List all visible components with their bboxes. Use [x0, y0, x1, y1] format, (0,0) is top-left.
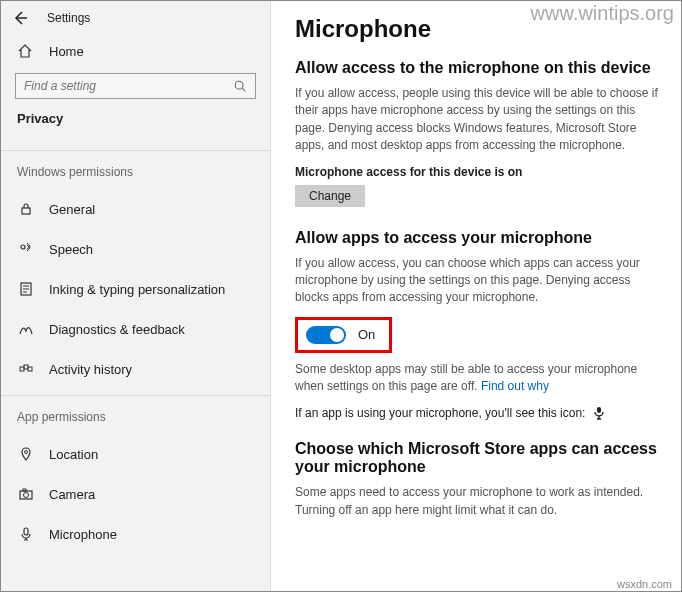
svg-point-0: [235, 81, 243, 89]
home-label: Home: [49, 44, 84, 59]
microphone-indicator-icon: [593, 406, 605, 421]
search-field[interactable]: [24, 79, 233, 93]
nav-label: General: [49, 202, 95, 217]
group-header-app: App permissions: [1, 396, 270, 434]
current-section-label: Privacy: [1, 109, 270, 140]
svg-rect-6: [28, 367, 32, 371]
section1-desc: If you allow access, people using this d…: [295, 85, 661, 155]
svg-rect-4: [20, 367, 24, 371]
footer-mark: wsxdn.com: [617, 578, 672, 590]
history-icon: [17, 361, 35, 377]
section1-heading: Allow access to the microphone on this d…: [295, 59, 661, 77]
svg-rect-11: [24, 528, 28, 535]
svg-point-9: [24, 493, 29, 498]
home-nav[interactable]: Home: [1, 33, 270, 69]
microphone-icon: [17, 526, 35, 542]
diagnostics-icon: [17, 321, 35, 337]
sidebar-item-location[interactable]: Location: [1, 434, 270, 474]
svg-rect-1: [22, 208, 30, 214]
section2-heading: Allow apps to access your microphone: [295, 229, 661, 247]
sidebar-item-speech[interactable]: Speech: [1, 229, 270, 269]
section2-desc: If you allow access, you can choose whic…: [295, 255, 661, 307]
nav-label: Camera: [49, 487, 95, 502]
desktop-apps-note: Some desktop apps may still be able to a…: [295, 361, 661, 396]
change-button[interactable]: Change: [295, 185, 365, 207]
lock-icon: [17, 201, 35, 217]
nav-label: Diagnostics & feedback: [49, 322, 185, 337]
toggle-knob: [330, 328, 344, 342]
title-bar: Settings: [1, 1, 270, 33]
find-out-why-link[interactable]: Find out why: [481, 379, 549, 393]
nav-label: Microphone: [49, 527, 117, 542]
allow-apps-toggle[interactable]: [306, 326, 346, 344]
search-container: [1, 69, 270, 109]
sidebar-item-microphone[interactable]: Microphone: [1, 514, 270, 554]
watermark: www.wintips.org: [531, 2, 674, 25]
svg-rect-5: [24, 365, 28, 369]
app-title: Settings: [47, 11, 90, 25]
svg-rect-10: [23, 489, 26, 491]
group-header-windows: Windows permissions: [1, 151, 270, 189]
search-input[interactable]: [15, 73, 256, 99]
sidebar: Settings Home Privacy Windows permission…: [1, 1, 271, 591]
svg-rect-12: [597, 407, 601, 413]
search-icon: [233, 79, 247, 93]
sidebar-item-general[interactable]: General: [1, 189, 270, 229]
speech-icon: [17, 241, 35, 257]
inking-icon: [17, 281, 35, 297]
section3-desc: Some apps need to access your microphone…: [295, 484, 661, 519]
svg-point-7: [25, 451, 28, 454]
nav-label: Activity history: [49, 362, 132, 377]
nav-label: Speech: [49, 242, 93, 257]
location-icon: [17, 446, 35, 462]
camera-icon: [17, 486, 35, 502]
nav-label: Location: [49, 447, 98, 462]
sidebar-item-inking[interactable]: Inking & typing personalization: [1, 269, 270, 309]
main-content: Microphone Allow access to the microphon…: [271, 1, 681, 591]
using-mic-note: If an app is using your microphone, you'…: [295, 406, 661, 421]
sidebar-item-diagnostics[interactable]: Diagnostics & feedback: [1, 309, 270, 349]
section3-heading: Choose which Microsoft Store apps can ac…: [295, 440, 661, 476]
highlight-box: On: [295, 317, 392, 353]
mic-access-status: Microphone access for this device is on: [295, 165, 661, 179]
sidebar-item-camera[interactable]: Camera: [1, 474, 270, 514]
home-icon: [17, 43, 35, 59]
svg-point-2: [21, 245, 25, 249]
back-button[interactable]: [11, 9, 29, 27]
toggle-state-label: On: [358, 327, 375, 342]
nav-label: Inking & typing personalization: [49, 282, 225, 297]
sidebar-item-history[interactable]: Activity history: [1, 349, 270, 389]
